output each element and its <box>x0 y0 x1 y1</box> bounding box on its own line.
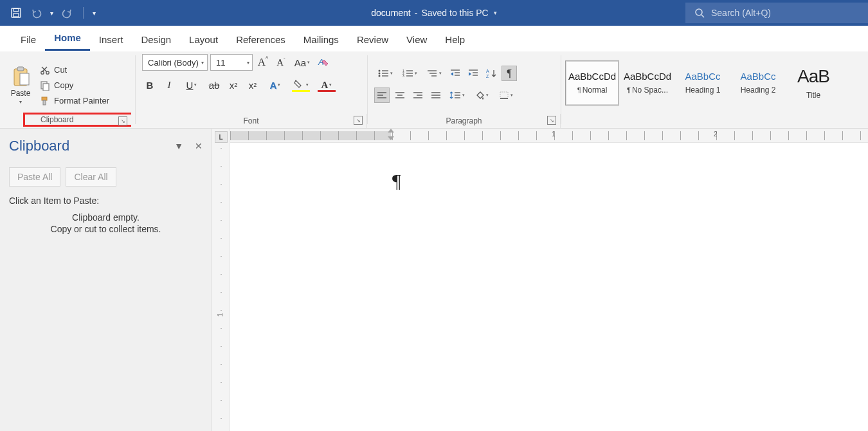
tab-view[interactable]: View <box>397 29 436 51</box>
format-painter-icon <box>40 96 50 106</box>
align-right-button[interactable] <box>410 87 426 103</box>
clipboard-group-label[interactable]: Clipboard ↘ <box>23 113 131 127</box>
svg-rect-0 <box>12 8 21 17</box>
show-hide-button[interactable]: ¶ <box>502 66 517 81</box>
tab-home[interactable]: Home <box>45 27 90 51</box>
svg-rect-2 <box>14 14 19 17</box>
text-effects-button[interactable]: A▾ <box>264 77 286 93</box>
redo-icon[interactable] <box>60 6 74 20</box>
style-normal[interactable]: AaBbCcDd ¶Normal <box>565 60 619 105</box>
paste-dropdown-icon[interactable]: ▾ <box>19 99 22 105</box>
style-heading1[interactable]: AaBbCc Heading 1 <box>676 60 730 105</box>
svg-rect-1 <box>14 9 19 12</box>
search-placeholder: Search (Alt+Q) <box>711 8 771 18</box>
pane-close-icon[interactable]: ✕ <box>195 141 203 151</box>
font-group-label: Font ↘ <box>136 114 367 128</box>
style-heading2[interactable]: AaBbCc Heading 2 <box>731 60 785 105</box>
svg-point-9 <box>46 71 49 73</box>
clipboard-empty-2: Copy or cut to collect items. <box>9 224 203 234</box>
highlight-icon <box>293 79 305 91</box>
clipboard-pane: Clipboard ▼ ✕ Paste All Clear All Click … <box>0 129 212 431</box>
paste-button[interactable]: Paste ▾ <box>6 62 35 105</box>
format-painter-button[interactable]: Format Painter <box>40 96 109 106</box>
style-title[interactable]: AaB Title <box>786 60 840 105</box>
svg-rect-13 <box>43 100 46 105</box>
tab-insert[interactable]: Insert <box>90 29 132 51</box>
qat-customize-icon[interactable]: ▾ <box>93 10 96 17</box>
document-area: L 1 1 2 ¶ <box>212 129 868 431</box>
align-center-button[interactable] <box>392 87 408 103</box>
clear-all-button[interactable]: Clear All <box>66 167 116 187</box>
svg-point-19 <box>379 75 381 77</box>
styles-group-label <box>561 114 868 128</box>
title-dropdown-icon[interactable]: ▾ <box>494 10 497 16</box>
bullets-button[interactable]: ▾ <box>374 66 396 81</box>
svg-line-4 <box>701 15 704 17</box>
underline-button[interactable]: U▾ <box>181 77 203 93</box>
document-page[interactable]: ¶ <box>230 143 868 431</box>
align-left-button[interactable] <box>374 87 390 103</box>
bold-button[interactable]: B <box>142 77 158 93</box>
paragraph-launcher-icon[interactable]: ↘ <box>547 116 556 125</box>
paste-all-button[interactable]: Paste All <box>9 167 60 187</box>
tab-selector[interactable]: L <box>215 131 228 143</box>
ribbon-tabs: File Home Insert Design Layout Reference… <box>0 26 868 51</box>
sort-button[interactable]: AZ <box>484 66 499 81</box>
justify-button[interactable] <box>428 87 444 103</box>
ribbon: Paste ▾ Cut Copy Format Painter Clipbo <box>0 51 868 129</box>
undo-icon[interactable] <box>30 6 44 20</box>
save-icon[interactable] <box>9 6 23 20</box>
vertical-ruler[interactable]: L 1 <box>212 129 230 431</box>
strikethrough-button[interactable]: ab <box>206 77 222 93</box>
tab-file[interactable]: File <box>12 29 45 51</box>
copy-button[interactable]: Copy <box>40 80 109 91</box>
paste-label: Paste <box>11 89 31 98</box>
pane-options-icon[interactable]: ▼ <box>174 141 183 151</box>
tab-design[interactable]: Design <box>132 29 180 51</box>
tab-references[interactable]: References <box>227 29 294 51</box>
highlight-button[interactable]: ▾ <box>290 77 312 93</box>
paragraph-mark: ¶ <box>392 170 401 192</box>
change-case-button[interactable]: Aa▾ <box>291 55 313 70</box>
shrink-font-button[interactable]: Aˇ <box>273 55 289 70</box>
search-icon <box>694 8 705 18</box>
clipboard-pane-title: Clipboard <box>9 138 69 154</box>
doc-name: document <box>371 8 410 18</box>
paint-bucket-icon <box>475 90 485 100</box>
font-size-combo[interactable]: 11▾ <box>210 54 253 71</box>
superscript-button[interactable]: x2 <box>245 77 260 93</box>
search-box[interactable]: Search (Alt+Q) <box>685 3 868 23</box>
paragraph-group-label: Paragraph ↘ <box>368 114 561 128</box>
italic-button[interactable]: I <box>161 77 177 93</box>
tab-layout[interactable]: Layout <box>180 29 227 51</box>
line-spacing-button[interactable]: ▾ <box>446 87 468 103</box>
grow-font-button[interactable]: A^ <box>255 55 271 70</box>
clipboard-launcher-icon[interactable]: ↘ <box>118 116 127 125</box>
horizontal-ruler[interactable]: 1 2 <box>230 129 868 143</box>
svg-rect-6 <box>17 67 24 71</box>
font-launcher-icon[interactable]: ↘ <box>354 116 363 125</box>
increase-indent-button[interactable] <box>466 66 481 81</box>
svg-rect-7 <box>20 73 29 85</box>
multilevel-list-button[interactable]: ▾ <box>423 66 445 81</box>
font-color-button[interactable]: A ▾ <box>316 77 338 93</box>
borders-button[interactable]: ▾ <box>495 87 517 103</box>
tab-mailings[interactable]: Mailings <box>294 29 348 51</box>
font-name-combo[interactable]: Calibri (Body)▾ <box>142 54 208 71</box>
document-title[interactable]: document - Saved to this PC ▾ <box>371 8 496 18</box>
numbering-button[interactable]: 123▾ <box>399 66 420 81</box>
svg-text:A: A <box>486 69 489 73</box>
decrease-indent-button[interactable] <box>448 66 463 81</box>
cut-button[interactable]: Cut <box>40 65 109 75</box>
subscript-button[interactable]: x2 <box>226 77 241 93</box>
tab-review[interactable]: Review <box>348 29 397 51</box>
svg-rect-53 <box>500 92 508 98</box>
tab-help[interactable]: Help <box>436 29 474 51</box>
title-bar: ▾ ▾ document - Saved to this PC ▾ Search… <box>0 0 868 26</box>
undo-dropdown-icon[interactable]: ▾ <box>50 10 53 17</box>
clear-formatting-button[interactable]: A <box>316 55 331 70</box>
style-no-spacing[interactable]: AaBbCcDd ¶No Spac... <box>620 60 674 105</box>
svg-rect-12 <box>42 97 47 100</box>
shading-button[interactable]: ▾ <box>471 87 493 103</box>
svg-point-3 <box>696 9 702 15</box>
